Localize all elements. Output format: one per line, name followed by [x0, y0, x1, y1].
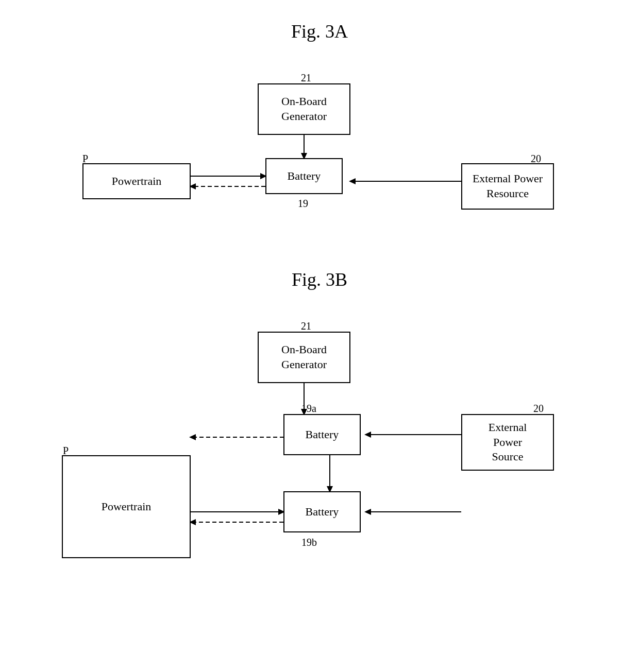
battery-19b-label: Battery: [306, 505, 339, 520]
external-power-number-3a: 20: [531, 153, 541, 165]
svg-marker-21: [364, 509, 371, 515]
generator-box-3a: On-BoardGenerator: [258, 83, 350, 135]
external-power-label-3a: External PowerResource: [473, 171, 543, 201]
svg-marker-3: [349, 178, 356, 184]
svg-marker-15: [189, 434, 196, 440]
battery-number-3a: 19: [298, 198, 308, 210]
generator-label-3a: On-BoardGenerator: [281, 94, 327, 124]
fig-3b-title: Fig. 3B: [31, 269, 608, 290]
external-power-label-3b: ExternalPowerSource: [489, 420, 527, 464]
powertrain-box-3a: Powertrain: [82, 163, 191, 199]
powertrain-label-3b: Powertrain: [102, 499, 152, 514]
battery-19b-box: Battery: [283, 491, 361, 532]
battery-label-3a: Battery: [288, 169, 321, 184]
figure-3a: Fig. 3A On-BoardGenerator: [31, 21, 608, 238]
battery-19a-label: Battery: [306, 427, 339, 442]
battery-box-3a: Battery: [265, 158, 343, 194]
external-power-box-3a: External PowerResource: [461, 163, 554, 210]
generator-number-3b: 21: [301, 320, 311, 332]
generator-number-3a: 21: [301, 72, 311, 84]
powertrain-label-3a: Powertrain: [112, 174, 162, 189]
generator-box-3b: On-BoardGenerator: [258, 332, 350, 383]
battery-19b-number: 19b: [301, 537, 317, 548]
fig-3a-title: Fig. 3A: [31, 21, 608, 42]
fig-3b-diagram: On-BoardGenerator 21 Battery 19a Battery…: [31, 311, 608, 548]
battery-19a-number: 19a: [301, 403, 316, 415]
figure-3b: Fig. 3B: [31, 269, 608, 548]
powertrain-p-3a: P: [82, 153, 88, 165]
external-power-box-3b: ExternalPowerSource: [461, 414, 554, 471]
svg-marker-11: [364, 432, 371, 438]
page: Fig. 3A On-BoardGenerator: [0, 0, 639, 599]
generator-label-3b: On-BoardGenerator: [281, 342, 327, 372]
powertrain-box-3b: Powertrain: [62, 455, 191, 558]
external-power-number-3b: 20: [533, 403, 544, 415]
fig-3a-diagram: On-BoardGenerator 21 Battery 19 Powertra…: [31, 63, 608, 238]
battery-19a-box: Battery: [283, 414, 361, 455]
powertrain-p-3b: P: [63, 445, 69, 457]
